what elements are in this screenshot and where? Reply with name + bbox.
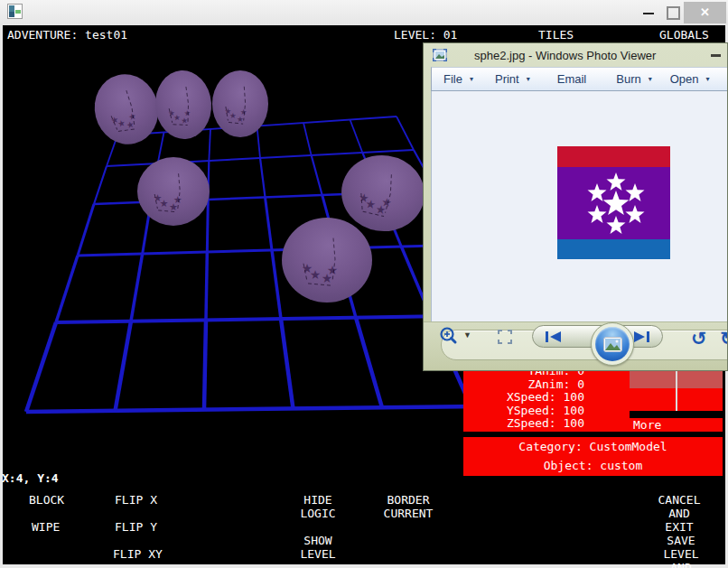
more-button[interactable]: More xyxy=(633,418,661,432)
close-button[interactable]: ✕ xyxy=(684,2,726,23)
zanim-row[interactable]: ZAnim: 0 xyxy=(463,378,584,392)
photo-viewer-title: sphe2.jpg - Windows Photo Viewer xyxy=(474,49,656,62)
level-label[interactable]: LEVEL: 01 xyxy=(394,28,457,42)
flip-x-button[interactable]: FLIP X xyxy=(115,493,157,507)
object-properties-panel: YAnim: 0 ZAnim: 0 XSpeed: 100 YSpeed: 10… xyxy=(463,364,723,432)
svg-text:★: ★ xyxy=(168,108,176,118)
object-category-panel: Category: CustomModel Object: custom xyxy=(463,437,723,476)
yspeed-row[interactable]: YSpeed: 100 xyxy=(463,405,584,418)
photo-image xyxy=(557,146,670,259)
adventure-label: ADVENTURE: test01 xyxy=(7,28,127,42)
photo-viewer-toolbar: ▼ xyxy=(424,321,728,371)
cursor-coords: X:4, Y:4 xyxy=(2,471,59,485)
menu-print[interactable]: Print ▾ xyxy=(495,72,530,86)
viewer-minimize-button[interactable] xyxy=(711,54,721,57)
rotate-counterclockwise-icon[interactable]: ↺ xyxy=(691,328,707,349)
svg-text:★: ★ xyxy=(153,192,162,204)
xspeed-row[interactable]: XSpeed: 100 xyxy=(463,391,584,405)
previous-icon[interactable] xyxy=(545,331,562,343)
photo-viewer-menubar: File ▾ Print ▾ Email Burn ▾ Open ▾ xyxy=(431,67,728,91)
tiles-button[interactable]: TILES xyxy=(538,28,574,42)
border-current-button[interactable]: BORDER CURRENT xyxy=(384,493,434,520)
svg-text:★: ★ xyxy=(173,194,182,206)
minimize-button[interactable] xyxy=(643,13,654,14)
rotate-clockwise-icon[interactable]: ↻ xyxy=(720,328,728,349)
flip-y-button[interactable]: FLIP Y xyxy=(115,520,157,534)
zoom-dropdown-icon[interactable]: ▼ xyxy=(463,331,471,340)
maximize-button[interactable] xyxy=(667,6,680,20)
svg-text:★: ★ xyxy=(240,107,247,116)
zoom-icon[interactable] xyxy=(438,326,462,348)
show-level-button[interactable]: SHOW LEVEL xyxy=(300,534,335,561)
divider xyxy=(630,411,723,418)
zspeed-row[interactable]: ZSpeed: 100 xyxy=(463,417,584,431)
actual-size-icon[interactable] xyxy=(498,330,512,344)
menu-burn[interactable]: Burn ▾ xyxy=(616,72,651,86)
chevron-down-icon: ▾ xyxy=(706,75,710,83)
flip-xy-button[interactable]: FLIP XY xyxy=(113,547,163,561)
menu-email[interactable]: Email xyxy=(557,72,587,86)
photo-viewer-window: sphe2.jpg - Windows Photo Viewer File ▾ … xyxy=(423,42,728,371)
cancel-exit-button[interactable]: CANCEL AND EXIT xyxy=(655,493,704,534)
slider-handle[interactable] xyxy=(676,364,677,413)
hide-logic-button[interactable]: HIDE LOGIC xyxy=(300,493,335,520)
slideshow-button-face xyxy=(595,327,630,361)
svg-text:★: ★ xyxy=(380,195,393,210)
object-row[interactable]: Object: custom xyxy=(463,459,723,472)
save-exit-button[interactable]: SAVE LEVEL AND EXIT xyxy=(658,534,705,568)
slideshow-button[interactable] xyxy=(591,322,634,366)
globals-button[interactable]: GLOBALS xyxy=(659,28,709,42)
flag-blue-stripe xyxy=(557,239,670,259)
svg-text:★: ★ xyxy=(224,107,231,116)
chevron-down-icon: ▾ xyxy=(470,75,473,83)
wipe-button[interactable]: WIPE xyxy=(32,520,60,534)
svg-text:★: ★ xyxy=(183,108,191,118)
photo-viewer-icon xyxy=(433,49,447,61)
screen: ★★★★★★★★★★★★★★★★★★★★★★★★ ADVENTURE: test… xyxy=(0,0,728,568)
svg-text:★: ★ xyxy=(327,263,339,277)
menu-open[interactable]: Open ▾ xyxy=(670,72,710,86)
photo-viewer-content xyxy=(431,91,728,321)
chevron-down-icon: ▾ xyxy=(527,75,530,83)
category-row[interactable]: Category: CustomModel xyxy=(463,440,723,453)
menu-file[interactable]: File ▾ xyxy=(443,72,473,86)
block-button[interactable]: BLOCK xyxy=(29,493,64,507)
picture-icon xyxy=(603,337,622,352)
next-icon[interactable] xyxy=(633,331,650,343)
svg-text:★: ★ xyxy=(302,261,313,275)
flag-red-stripe xyxy=(557,146,670,167)
svg-text:★: ★ xyxy=(358,191,370,205)
app-icon xyxy=(7,4,23,19)
main-titlebar: ✕ xyxy=(0,0,728,25)
chevron-down-icon: ▾ xyxy=(649,75,652,83)
